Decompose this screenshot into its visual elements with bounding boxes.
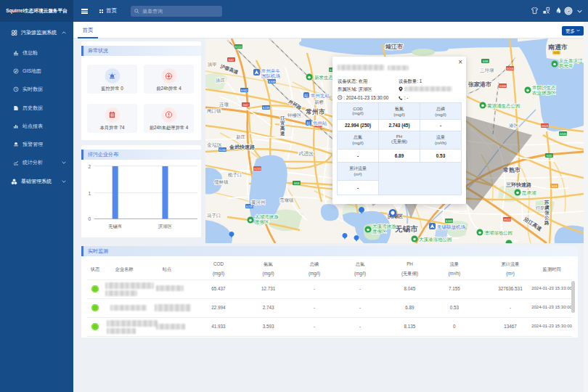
svg-text:江宜高速: 江宜高速 [279, 115, 285, 136]
svg-text:无锡市: 无锡市 [394, 224, 418, 233]
svg-text:港区: 港区 [509, 123, 519, 128]
svg-text:G524: G524 [541, 124, 549, 128]
svg-text:G346: G346 [499, 84, 507, 88]
svg-text:三环快速路: 三环快速路 [506, 182, 532, 188]
svg-text:任阳: 任阳 [535, 205, 545, 211]
svg-text:新桥: 新桥 [314, 99, 324, 105]
svg-text:常州站: 常州站 [313, 121, 327, 126]
svg-text:金武快速路: 金武快速路 [229, 144, 256, 150]
svg-text:马子口: 马子口 [207, 213, 221, 219]
svg-text:G40: G40 [547, 154, 553, 158]
svg-text:连墩: 连墩 [219, 102, 229, 107]
svg-text:S240: S240 [219, 148, 226, 152]
svg-text:钟楼区: 钟楼区 [287, 113, 302, 118]
svg-text:G204: G204 [506, 67, 514, 70]
svg-text:常州北站: 常州北站 [311, 93, 330, 99]
svg-text:常州奔牛: 常州奔牛 [261, 68, 281, 73]
svg-text:站: 站 [303, 94, 309, 98]
svg-text:S338: S338 [269, 80, 276, 83]
svg-text:S38: S38 [483, 60, 489, 63]
svg-text:风光带: 风光带 [559, 63, 573, 69]
svg-text:洪庄: 洪庄 [216, 78, 226, 83]
svg-text:G524: G524 [503, 218, 511, 221]
svg-text:G15: G15 [554, 51, 560, 54]
svg-text:G42: G42 [229, 58, 235, 62]
svg-text:黄河州: 黄河州 [251, 200, 266, 205]
svg-text:三圩埭: 三圩埭 [480, 68, 494, 73]
svg-text:S58: S58 [294, 181, 300, 185]
svg-text:S342: S342 [241, 89, 248, 92]
svg-text:S343: S343 [446, 219, 453, 223]
svg-text:儒林镇: 儒林镇 [214, 179, 229, 185]
svg-text:大溪港湿地公园: 大溪港湿地公园 [419, 237, 452, 242]
svg-text:闸口镇: 闸口镇 [207, 108, 221, 114]
svg-text:1: 1 [88, 191, 91, 196]
svg-text:苏虞张公路: 苏虞张公路 [544, 200, 550, 226]
svg-text:金坛区: 金坛区 [207, 142, 222, 147]
svg-text:G233: G233 [253, 167, 261, 171]
svg-text:S239: S239 [263, 106, 270, 110]
svg-text:G346: G346 [559, 132, 567, 136]
svg-text:站: 站 [306, 121, 311, 126]
svg-text:度假区: 度假区 [372, 229, 387, 234]
svg-text:靖江市: 靖江市 [385, 43, 403, 50]
svg-text:昆承湖: 昆承湖 [522, 190, 536, 196]
svg-text:漕湖湿地公园: 漕湖湿地公园 [484, 230, 513, 236]
svg-text:无锡硕放机场: 无锡硕放机场 [437, 224, 465, 230]
svg-text:度假区: 度假区 [255, 219, 269, 225]
svg-text:新庄: 新庄 [236, 134, 246, 139]
svg-text:0: 0 [88, 216, 91, 221]
svg-text:S122: S122 [235, 45, 242, 49]
svg-text:2: 2 [88, 164, 91, 169]
svg-text:南通市: 南通市 [548, 44, 568, 51]
svg-text:农业旅游区: 农业旅游区 [531, 90, 556, 96]
svg-text:常州市: 常州市 [306, 108, 325, 115]
svg-text:张家港市: 张家港市 [468, 81, 491, 88]
svg-text:雪堰镇: 雪堰镇 [279, 197, 294, 203]
svg-text:黄泗浦生态公园: 黄泗浦生态公园 [487, 103, 520, 109]
svg-text:无锡市: 无锡市 [108, 224, 122, 229]
svg-text:滨湖区: 滨湖区 [158, 224, 173, 229]
svg-text:洪甲: 洪甲 [208, 62, 217, 68]
svg-text:国际机场: 国际机场 [261, 73, 280, 79]
svg-text:G42: G42 [243, 103, 250, 107]
svg-text:S230: S230 [246, 205, 253, 208]
svg-text:武进区: 武进区 [298, 151, 314, 157]
svg-text:S19: S19 [552, 184, 558, 188]
svg-text:桅子口: 桅子口 [228, 172, 242, 178]
